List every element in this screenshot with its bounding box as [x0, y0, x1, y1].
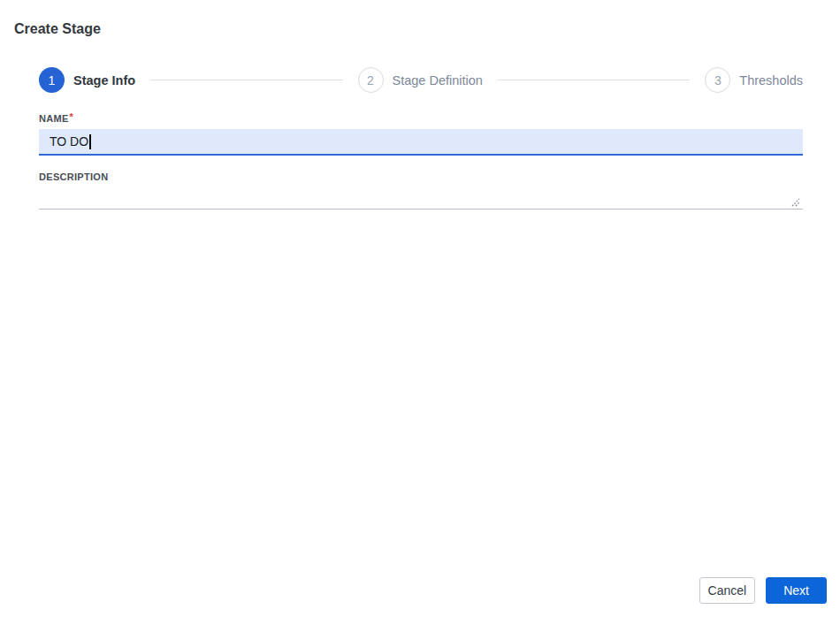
step-3-number-badge: 3: [705, 67, 730, 93]
description-textarea[interactable]: [39, 182, 803, 209]
step-2-number-badge: 2: [358, 67, 384, 93]
step-stage-definition: 2 Stage Definition: [358, 67, 483, 93]
step-connector: [498, 80, 690, 80]
name-input[interactable]: [39, 129, 803, 156]
step-3-label: Thresholds: [739, 73, 803, 88]
step-1-label: Stage Info: [73, 73, 135, 88]
step-thresholds: 3 Thresholds: [705, 67, 803, 93]
textarea-resize-handle-icon[interactable]: [789, 195, 801, 208]
name-field-label: NAME*: [39, 113, 73, 124]
description-field-label: DESCRIPTION: [39, 171, 108, 182]
step-1-number-badge: 1: [39, 67, 65, 93]
page-title: Create Stage: [14, 21, 101, 37]
footer-actions: Cancel Next: [699, 577, 827, 604]
wizard-stepper: 1 Stage Info 2 Stage Definition 3 Thresh…: [39, 67, 803, 93]
step-connector: [150, 80, 342, 80]
create-stage-dialog: Create Stage 1 Stage Info 2 Stage Defini…: [0, 0, 840, 617]
text-caret: [89, 134, 91, 149]
name-label-text: NAME: [39, 113, 69, 124]
required-asterisk: *: [70, 111, 74, 122]
step-stage-info: 1 Stage Info: [39, 67, 135, 93]
next-button[interactable]: Next: [766, 577, 827, 604]
step-2-label: Stage Definition: [393, 73, 483, 88]
cancel-button[interactable]: Cancel: [699, 577, 756, 604]
